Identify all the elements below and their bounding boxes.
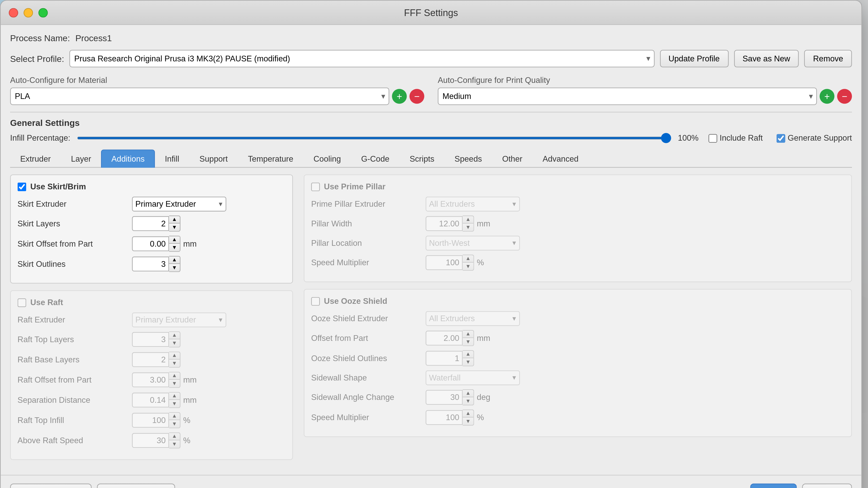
skirt-layers-down[interactable]: ▼ [169, 223, 180, 231]
save-as-new-button[interactable]: Save as New [734, 50, 799, 67]
minimize-button[interactable] [24, 8, 33, 17]
additions-tab-content: Use Skirt/Brim Skirt Extruder Primary Ex… [10, 174, 852, 466]
raft-top-infill-up[interactable]: ▲ [169, 413, 180, 420]
raft-top-layers-input[interactable] [132, 332, 169, 347]
raft-extruder-select[interactable]: Primary Extruder [132, 312, 226, 327]
profile-select[interactable]: Prusa Research Original Prusa i3 MK3(2) … [69, 50, 654, 67]
skirt-offset-input[interactable] [132, 237, 169, 251]
sidewall-angle-up[interactable]: ▲ [463, 390, 473, 397]
skirt-layers-up[interactable]: ▲ [169, 216, 180, 224]
separation-down[interactable]: ▼ [169, 400, 180, 407]
raft-offset-up[interactable]: ▲ [169, 372, 180, 380]
tab-additions[interactable]: Additions [101, 149, 155, 167]
quality-remove-button[interactable]: − [837, 89, 852, 103]
tab-cooling[interactable]: Cooling [303, 149, 351, 167]
raft-top-layers-up[interactable]: ▲ [169, 332, 180, 340]
tab-extruder[interactable]: Extruder [10, 149, 61, 167]
ooze-offset-down[interactable]: ▼ [463, 338, 473, 345]
ooze-shield-checkbox[interactable] [311, 297, 320, 305]
sidewall-shape-select[interactable]: Waterfall [426, 370, 520, 385]
skirt-layers-row: Skirt Layers ▲ ▼ [18, 215, 286, 232]
ooze-speed-input[interactable] [426, 410, 463, 425]
pillar-speed-down[interactable]: ▼ [463, 263, 473, 270]
infill-slider[interactable] [77, 137, 671, 139]
ooze-speed-down[interactable]: ▼ [463, 418, 473, 425]
update-profile-button[interactable]: Update Profile [660, 50, 728, 67]
material-select[interactable]: PLA [10, 88, 389, 105]
skirt-brim-checkbox[interactable] [18, 182, 26, 191]
tab-scripts[interactable]: Scripts [399, 149, 444, 167]
tab-layer[interactable]: Layer [61, 149, 101, 167]
pillar-width-down[interactable]: ▼ [463, 223, 473, 231]
material-remove-button[interactable]: − [409, 89, 424, 103]
ooze-outlines-up[interactable]: ▲ [463, 351, 473, 359]
above-raft-speed-up[interactable]: ▲ [169, 433, 180, 440]
ooze-speed-stepper: ▲ ▼ [426, 409, 474, 426]
quality-add-button[interactable]: + [819, 89, 834, 103]
skirt-extruder-select[interactable]: Primary Extruder [132, 196, 226, 211]
ooze-offset-input[interactable] [426, 331, 463, 345]
skirt-layers-input[interactable] [132, 216, 169, 231]
raft-base-layers-down[interactable]: ▼ [169, 360, 180, 367]
ooze-outlines-input[interactable] [426, 351, 463, 366]
tab-speeds[interactable]: Speeds [444, 149, 492, 167]
close-button[interactable] [9, 8, 18, 17]
raft-top-layers-down[interactable]: ▼ [169, 339, 180, 347]
raft-base-layers-up[interactable]: ▲ [169, 352, 180, 360]
tab-gcode[interactable]: G-Code [351, 149, 399, 167]
ok-button[interactable]: OK [750, 484, 797, 488]
ooze-outlines-label: Ooze Shield Outlines [311, 354, 426, 363]
prime-pillar-section: Use Prime Pillar Prime Pillar Extruder A… [304, 174, 852, 282]
generate-support-checkbox[interactable] [776, 134, 785, 143]
raft-offset-input[interactable] [132, 372, 169, 387]
above-raft-speed-down[interactable]: ▼ [169, 440, 180, 448]
prime-pillar-extruder-select[interactable]: All Extruders [426, 196, 520, 211]
pillar-location-select[interactable]: North-West [426, 236, 520, 250]
pillar-speed-up[interactable]: ▲ [463, 255, 473, 263]
skirt-offset-up[interactable]: ▲ [169, 237, 180, 244]
pillar-speed-input[interactable] [426, 255, 463, 270]
raft-extruder-row: Raft Extruder Primary Extruder ▼ [18, 312, 286, 327]
skirt-extruder-label: Skirt Extruder [18, 200, 132, 209]
tab-other[interactable]: Other [492, 149, 533, 167]
skirt-outlines-down[interactable]: ▼ [169, 264, 180, 271]
remove-button[interactable]: Remove [804, 50, 852, 67]
pillar-width-input[interactable] [426, 216, 463, 231]
skirt-outlines-input[interactable] [132, 257, 169, 271]
tab-temperature[interactable]: Temperature [238, 149, 303, 167]
ooze-shield-extruder-select[interactable]: All Extruders [426, 311, 520, 326]
raft-top-infill-input[interactable] [132, 413, 169, 428]
tab-advanced[interactable]: Advanced [533, 149, 589, 167]
tab-support[interactable]: Support [189, 149, 238, 167]
raft-section: Use Raft Raft Extruder Primary Extruder … [10, 291, 293, 460]
raft-base-layers-input[interactable] [132, 352, 169, 367]
sidewall-angle-input[interactable] [426, 390, 463, 405]
raft-offset-down[interactable]: ▼ [169, 380, 180, 387]
quality-select[interactable]: Medium [438, 88, 817, 105]
include-raft-checkbox[interactable] [708, 134, 717, 143]
above-raft-speed-input[interactable] [132, 433, 169, 448]
raft-top-infill-down[interactable]: ▼ [169, 420, 180, 428]
raft-checkbox[interactable] [18, 298, 26, 307]
sidewall-angle-down[interactable]: ▼ [463, 397, 473, 405]
skirt-offset-down[interactable]: ▼ [169, 244, 180, 251]
maximize-button[interactable] [38, 8, 48, 17]
skirt-outlines-row: Skirt Outlines ▲ ▼ [18, 256, 286, 272]
pillar-width-up[interactable]: ▲ [463, 216, 473, 224]
cancel-button[interactable]: Cancel [802, 484, 852, 488]
pillar-width-unit: mm [477, 219, 490, 228]
tab-infill[interactable]: Infill [155, 149, 189, 167]
ooze-speed-up[interactable]: ▲ [463, 410, 473, 418]
select-models-button[interactable]: Select Models [97, 484, 175, 488]
tabs-row: Extruder Layer Additions Infill Support … [10, 149, 852, 167]
separation-input[interactable] [132, 393, 169, 407]
ooze-offset-up[interactable]: ▲ [463, 331, 473, 338]
ooze-speed-steppers: ▲ ▼ [463, 409, 474, 426]
separation-up[interactable]: ▲ [169, 393, 180, 400]
material-add-button[interactable]: + [392, 89, 407, 103]
profile-row: Select Profile: Prusa Research Original … [10, 50, 852, 67]
skirt-outlines-up[interactable]: ▲ [169, 257, 180, 264]
hide-advanced-button[interactable]: Hide Advanced [10, 484, 92, 488]
prime-pillar-checkbox[interactable] [311, 182, 320, 191]
ooze-outlines-down[interactable]: ▼ [463, 358, 473, 366]
